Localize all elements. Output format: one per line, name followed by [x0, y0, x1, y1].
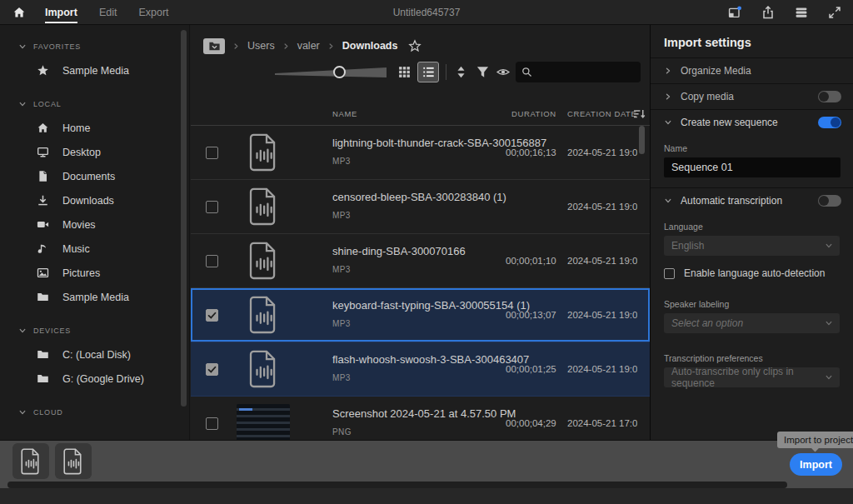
row-checkbox[interactable] [206, 255, 218, 267]
slider-handle[interactable] [333, 66, 346, 78]
stacked-panels-icon[interactable] [795, 6, 808, 19]
sidebar-item-downloads[interactable]: Downloads [0, 188, 189, 212]
chevron-down-icon [825, 373, 833, 382]
chevron-down-icon [18, 327, 27, 335]
organize-media-section[interactable]: Organize Media [651, 58, 853, 83]
sidebar-section-local[interactable]: LOCAL [18, 96, 177, 112]
list-scrollbar[interactable] [639, 126, 645, 154]
breadcrumb-segment-downloads[interactable]: Downloads [342, 40, 398, 52]
sidebar-item-documents[interactable]: Documents [0, 164, 189, 188]
copy-media-toggle[interactable] [818, 91, 841, 102]
file-row[interactable]: lightning-bolt-thunder-crack-SBA-3001568… [191, 126, 650, 180]
sort-descending-icon[interactable] [633, 109, 646, 119]
window-bottom-edge [0, 488, 853, 504]
row-checkbox[interactable] [206, 417, 218, 430]
sidebar-scrollbar[interactable] [181, 30, 187, 407]
thumbnail-size-slider[interactable] [275, 63, 387, 82]
chevron-right-icon [327, 42, 335, 50]
column-name[interactable]: NAME [332, 109, 357, 118]
search-box[interactable] [516, 62, 641, 82]
grid-view-icon [398, 66, 411, 78]
tab-import[interactable]: Import [45, 0, 77, 25]
favorite-star-icon[interactable] [408, 39, 422, 52]
sidebar-item-label: Movies [62, 219, 96, 231]
fullscreen-icon[interactable] [828, 6, 841, 19]
sidebar-item-label: G: (Google Drive) [62, 373, 144, 385]
breadcrumb-segment-users[interactable]: Users [247, 40, 275, 52]
sort-direction-icon[interactable] [454, 65, 468, 79]
sidebar-item-sample-media[interactable]: Sample Media [0, 58, 189, 82]
column-creation-date[interactable]: CREATION DATE [567, 109, 636, 118]
row-checkbox[interactable] [206, 309, 218, 322]
workspaces-icon[interactable] [728, 6, 741, 19]
file-row[interactable]: keyboard-fast-typing-SBA-300055154 (1)MP… [191, 288, 650, 342]
selected-clip-thumbnail[interactable] [55, 443, 92, 479]
sidebar-section-cloud[interactable]: CLOUD [18, 404, 177, 421]
sidebar-item-pictures[interactable]: Pictures [0, 261, 189, 285]
file-row[interactable]: Screenshot 2024-05-21 at 4.57.50 PMPNG00… [191, 397, 650, 440]
sidebar-item-movies[interactable]: Movies [0, 212, 189, 237]
column-duration[interactable]: DURATION [511, 109, 556, 118]
file-row[interactable]: flash-whoosh-swoosh-3-SBA-300463407MP300… [191, 342, 650, 397]
audio-file-icon [237, 349, 290, 389]
list-view-button[interactable] [417, 62, 439, 82]
sidebar-section-favorites[interactable]: FAVORITES [18, 38, 177, 55]
language-value: English [671, 240, 704, 252]
home-icon[interactable] [0, 6, 38, 19]
file-format: MP3 [332, 373, 351, 382]
current-folder-icon[interactable] [203, 38, 225, 54]
preview-eye-icon[interactable] [496, 67, 510, 77]
sidebar-item-desktop[interactable]: Desktop [0, 140, 189, 164]
search-input[interactable] [537, 67, 635, 78]
file-creation-date: 2024-05-21 19:04:56 [567, 310, 637, 320]
sidebar-item-home[interactable]: Home [0, 116, 189, 140]
file-name: shine-ding-SBA-300070166 [332, 245, 466, 257]
chevron-down-icon [18, 42, 27, 51]
auto-detect-checkbox[interactable] [664, 268, 675, 279]
auto-transcription-toggle[interactable] [818, 195, 841, 207]
sidebar-item-label: Documents [62, 171, 115, 182]
project-title: Untitled645737 [393, 7, 461, 18]
share-icon[interactable] [761, 6, 775, 19]
sidebar-item-g-google-drive[interactable]: G: (Google Drive) [0, 367, 189, 391]
sidebar-section-devices[interactable]: DEVICES [18, 322, 177, 339]
row-checkbox[interactable] [206, 147, 218, 159]
file-creation-date: 2024-05-21 17:01:17 [567, 418, 637, 428]
desktop-icon [37, 146, 49, 158]
create-sequence-toggle[interactable] [818, 117, 841, 128]
filter-icon[interactable] [476, 65, 490, 79]
tab-edit[interactable]: Edit [99, 0, 117, 25]
transcription-preferences-dropdown[interactable]: Auto-transcribe only clips in sequence [664, 367, 840, 387]
file-row[interactable]: censored-bleep-SBA-300283840 (1)MP32024-… [191, 180, 650, 234]
sidebar-item-label: Downloads [62, 195, 114, 207]
row-checkbox[interactable] [206, 363, 218, 376]
sequence-name-input[interactable] [664, 157, 841, 177]
grid-view-button[interactable] [393, 62, 415, 82]
file-creation-date: 2024-05-21 19:02:19 [567, 364, 637, 374]
speaker-labeling-dropdown[interactable]: Select an option [664, 313, 840, 333]
selected-clip-thumbnail[interactable] [12, 443, 49, 479]
create-sequence-section[interactable]: Create new sequence [651, 110, 853, 135]
horizontal-scrollbar[interactable] [7, 482, 787, 488]
column-headers: NAME DURATION CREATION DATE [191, 102, 650, 126]
sidebar-section-label: LOCAL [33, 100, 62, 108]
file-format: MP3 [332, 211, 351, 220]
row-checkbox[interactable] [206, 201, 218, 213]
file-row[interactable]: shine-ding-SBA-300070166MP300;00;01;1020… [191, 234, 650, 288]
breadcrumb-segment-valer[interactable]: valer [297, 40, 320, 52]
file-duration: 00;00;01;25 [506, 364, 556, 374]
panel-title: Import settings [651, 25, 853, 57]
sidebar-item-sample-media[interactable]: Sample Media [0, 285, 189, 309]
sidebar-item-music[interactable]: Music [0, 237, 189, 261]
auto-transcription-section[interactable]: Automatic transcription [651, 188, 853, 213]
sidebar-item-c-local-disk[interactable]: C: (Local Disk) [0, 342, 189, 367]
picture-icon [37, 267, 49, 279]
speaker-labeling-label: Speaker labeling [651, 282, 853, 313]
language-dropdown[interactable]: English [664, 236, 840, 256]
import-button[interactable]: Import [790, 453, 842, 476]
file-format: MP3 [332, 265, 351, 274]
tab-export[interactable]: Export [138, 0, 168, 25]
copy-media-section[interactable]: Copy media [651, 84, 853, 109]
chevron-down-icon [18, 408, 27, 417]
organize-media-label: Organize Media [681, 65, 751, 77]
